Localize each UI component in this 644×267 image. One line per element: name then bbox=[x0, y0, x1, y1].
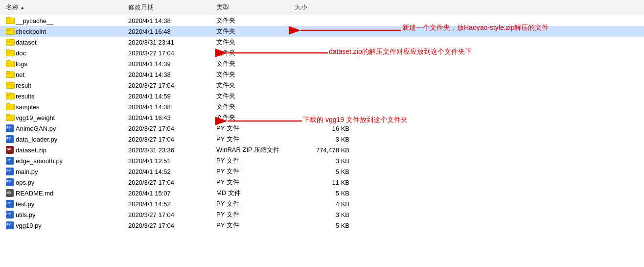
folder-icon bbox=[6, 114, 14, 121]
py-icon bbox=[6, 168, 14, 175]
file-size bbox=[293, 74, 351, 75]
file-type: 文件夹 bbox=[214, 37, 293, 47]
file-name-label: logs bbox=[16, 60, 27, 68]
file-name: dataset bbox=[4, 38, 126, 47]
file-type: WinRAR ZIP 压缩文件 bbox=[214, 145, 293, 155]
folder-icon bbox=[6, 49, 14, 56]
file-date: 2020/4/1 15:07 bbox=[126, 189, 214, 197]
table-row[interactable]: net 2020/4/1 14:38 文件夹 bbox=[0, 69, 644, 80]
table-row[interactable]: main.py 2020/4/1 14:52 PY 文件 5 KB bbox=[0, 166, 644, 177]
file-name-label: data_loader.py bbox=[16, 136, 57, 143]
table-row[interactable]: vgg19_weight 2020/4/1 16:43 文件夹 bbox=[0, 112, 644, 123]
col-name-header[interactable]: 名称 bbox=[4, 2, 126, 13]
file-name: logs bbox=[4, 60, 126, 68]
file-name-label: dataset.zip bbox=[16, 146, 46, 154]
py-icon bbox=[6, 157, 14, 165]
file-name-label: edge_smooth.py bbox=[16, 157, 63, 165]
file-date: 2020/3/31 23:36 bbox=[126, 146, 214, 154]
file-name: edge_smooth.py bbox=[4, 156, 126, 165]
file-size: 5 KB bbox=[293, 189, 351, 197]
py-icon bbox=[6, 135, 14, 143]
file-name-label: vgg19.py bbox=[16, 222, 42, 229]
file-size bbox=[293, 85, 351, 86]
table-row[interactable]: utils.py 2020/3/27 17:04 PY 文件 3 KB bbox=[0, 209, 644, 220]
file-type: 文件夹 bbox=[214, 26, 293, 36]
file-type: 文件夹 bbox=[214, 48, 293, 58]
table-row[interactable]: ops.py 2020/3/27 17:04 PY 文件 11 KB bbox=[0, 177, 644, 188]
file-name-label: AnimeGAN.py bbox=[16, 125, 56, 132]
file-type: 文件夹 bbox=[214, 91, 293, 101]
file-size bbox=[293, 52, 351, 53]
file-name-label: doc bbox=[16, 49, 26, 57]
table-row[interactable]: vgg19.py 2020/3/27 17:04 PY 文件 5 KB bbox=[0, 220, 644, 231]
file-type: 文件夹 bbox=[214, 80, 293, 90]
file-size: 3 KB bbox=[293, 135, 351, 144]
file-date: 2020/3/27 17:04 bbox=[126, 81, 214, 90]
file-name: ops.py bbox=[4, 178, 126, 187]
table-row[interactable]: samples 2020/4/1 14:38 文件夹 bbox=[0, 101, 644, 112]
file-type: PY 文件 bbox=[214, 156, 293, 166]
file-date: 2020/3/27 17:04 bbox=[126, 49, 214, 57]
file-size: 4 KB bbox=[293, 200, 351, 208]
py-icon bbox=[6, 211, 14, 218]
file-date: 2020/4/1 16:43 bbox=[126, 114, 214, 122]
file-name: vgg19.py bbox=[4, 221, 126, 230]
col-date-header[interactable]: 修改日期 bbox=[126, 2, 214, 13]
file-type: PY 文件 bbox=[214, 220, 293, 230]
table-row[interactable]: test.py 2020/4/1 14:52 PY 文件 4 KB bbox=[0, 198, 644, 209]
file-name-label: README.md bbox=[16, 190, 53, 197]
folder-icon bbox=[6, 17, 14, 24]
table-row[interactable]: results 2020/4/1 14:59 文件夹 bbox=[0, 91, 644, 101]
file-name-label: checkpoint bbox=[16, 28, 46, 35]
file-size bbox=[293, 31, 351, 32]
table-row[interactable]: doc 2020/3/27 17:04 文件夹 bbox=[0, 48, 644, 58]
file-size: 5 KB bbox=[293, 221, 351, 230]
file-type: PY 文件 bbox=[214, 199, 293, 209]
file-name: __pycache__ bbox=[4, 17, 126, 25]
file-name: samples bbox=[4, 103, 126, 111]
col-type-header[interactable]: 类型 bbox=[214, 2, 293, 13]
file-date: 2020/3/31 23:41 bbox=[126, 38, 214, 47]
py-icon bbox=[6, 221, 14, 229]
md-icon bbox=[6, 189, 14, 197]
zip-icon bbox=[6, 146, 14, 154]
file-size bbox=[293, 42, 351, 43]
file-name-label: net bbox=[16, 71, 24, 78]
folder-icon bbox=[6, 103, 14, 110]
file-name-label: __pycache__ bbox=[16, 17, 53, 24]
file-name-label: ops.py bbox=[16, 179, 34, 186]
table-row[interactable]: logs 2020/4/1 14:39 文件夹 bbox=[0, 58, 644, 69]
file-size: 774,478 KB bbox=[293, 146, 351, 154]
file-size: 5 KB bbox=[293, 168, 351, 176]
file-name-label: dataset bbox=[16, 39, 37, 46]
file-type: 文件夹 bbox=[214, 70, 293, 79]
file-date: 2020/4/1 14:38 bbox=[126, 103, 214, 111]
file-name: checkpoint bbox=[4, 27, 126, 36]
file-explorer: 名称 修改日期 类型 大小 __pycache__ 2020/4/1 14:38… bbox=[0, 0, 644, 231]
file-name: results bbox=[4, 92, 126, 100]
file-size bbox=[293, 96, 351, 97]
table-row[interactable]: checkpoint 2020/4/1 16:48 文件夹 bbox=[0, 26, 644, 37]
file-size: 11 KB bbox=[293, 178, 351, 187]
file-size: 3 KB bbox=[293, 157, 351, 165]
file-date: 2020/4/1 14:59 bbox=[126, 92, 214, 100]
table-row[interactable]: __pycache__ 2020/4/1 14:38 文件夹 bbox=[0, 15, 644, 26]
table-row[interactable]: data_loader.py 2020/3/27 17:04 PY 文件 3 K… bbox=[0, 134, 644, 145]
file-name-label: main.py bbox=[16, 168, 38, 175]
file-type: MD 文件 bbox=[214, 188, 293, 198]
table-row[interactable]: edge_smooth.py 2020/4/1 12:51 PY 文件 3 KB bbox=[0, 155, 644, 166]
table-row[interactable]: AnimeGAN.py 2020/3/27 17:04 PY 文件 16 KB bbox=[0, 123, 644, 134]
file-name-label: test.py bbox=[16, 200, 34, 208]
folder-icon bbox=[6, 60, 14, 67]
table-row[interactable]: dataset.zip 2020/3/31 23:36 WinRAR ZIP 压… bbox=[0, 145, 644, 155]
table-row[interactable]: dataset 2020/3/31 23:41 文件夹 bbox=[0, 37, 644, 48]
file-date: 2020/3/27 17:04 bbox=[126, 221, 214, 230]
table-row[interactable]: README.md 2020/4/1 15:07 MD 文件 5 KB bbox=[0, 188, 644, 198]
file-type: 文件夹 bbox=[214, 59, 293, 69]
folder-icon bbox=[6, 82, 14, 89]
folder-icon bbox=[6, 93, 14, 99]
file-name: AnimeGAN.py bbox=[4, 124, 126, 133]
file-type: 文件夹 bbox=[214, 16, 293, 25]
table-row[interactable]: result 2020/3/27 17:04 文件夹 bbox=[0, 80, 644, 91]
col-size-header[interactable]: 大小 bbox=[293, 2, 351, 13]
